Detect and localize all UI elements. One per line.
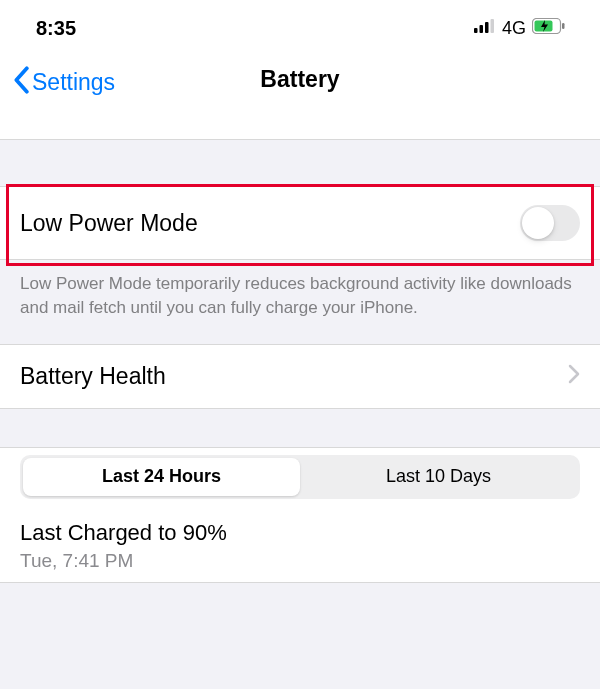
- svg-rect-6: [562, 23, 565, 29]
- chevron-right-icon: [568, 364, 580, 388]
- section-spacer: [0, 409, 600, 447]
- svg-rect-1: [479, 25, 483, 33]
- low-power-mode-toggle[interactable]: [520, 205, 580, 241]
- last-charged-section: Last Charged to 90% Tue, 7:41 PM: [0, 506, 600, 583]
- time-range-segmented-control: Last 24 Hours Last 10 Days: [20, 455, 580, 499]
- svg-rect-2: [485, 22, 489, 33]
- back-label: Settings: [32, 69, 115, 96]
- last-charged-time: Tue, 7:41 PM: [20, 550, 580, 572]
- battery-charging-icon: [532, 18, 566, 38]
- last-charged-title: Last Charged to 90%: [20, 520, 580, 546]
- tab-last-24-hours[interactable]: Last 24 Hours: [23, 458, 300, 496]
- battery-health-label: Battery Health: [20, 363, 166, 390]
- navigation-header: Settings Battery: [0, 56, 600, 140]
- battery-health-row[interactable]: Battery Health: [0, 344, 600, 409]
- back-button[interactable]: Settings: [0, 56, 115, 98]
- cellular-signal-icon: [474, 19, 496, 37]
- low-power-mode-description: Low Power Mode temporarily reduces backg…: [0, 260, 600, 344]
- status-time: 8:35: [36, 17, 76, 40]
- page-title: Battery: [260, 66, 339, 93]
- section-spacer: [0, 140, 600, 186]
- low-power-mode-row[interactable]: Low Power Mode: [0, 186, 600, 260]
- tab-last-10-days[interactable]: Last 10 Days: [300, 458, 577, 496]
- status-indicators: 4G: [474, 18, 566, 39]
- status-bar: 8:35 4G: [0, 0, 600, 56]
- svg-rect-0: [474, 28, 478, 33]
- time-range-section: Last 24 Hours Last 10 Days: [0, 447, 600, 506]
- network-label: 4G: [502, 18, 526, 39]
- chevron-left-icon: [12, 66, 30, 98]
- toggle-knob: [522, 207, 554, 239]
- low-power-mode-label: Low Power Mode: [20, 210, 198, 237]
- svg-rect-3: [490, 19, 494, 33]
